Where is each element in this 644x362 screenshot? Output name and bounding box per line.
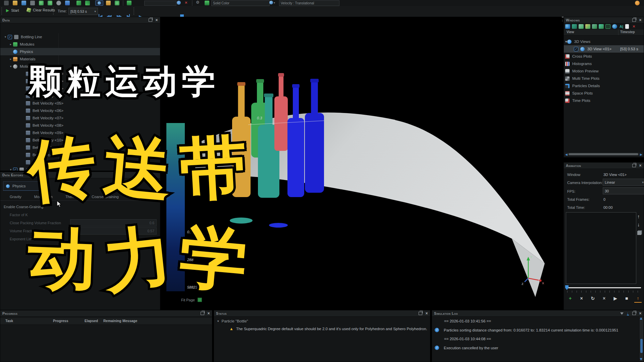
expander-icon[interactable]: ▸ [8, 57, 13, 61]
animation-slider-marker[interactable] [565, 285, 569, 290]
close-panel-icon[interactable]: × [639, 18, 642, 22]
checkbox[interactable]: ✓ [8, 35, 12, 39]
tree-item-bottling-line[interactable]: ▾✓Bottling Line [0, 33, 160, 41]
duplicate-icon[interactable] [637, 231, 641, 235]
float-panel-icon[interactable] [632, 18, 636, 22]
scroll-up-icon[interactable]: ◀ [640, 317, 643, 320]
horizontal-scrollbar[interactable]: ◀ ▶ [565, 153, 643, 156]
color-mode-select[interactable]: Solid Color [211, 0, 270, 6]
close-panel-icon[interactable]: × [426, 312, 428, 315]
start-button[interactable]: ▶ Start [6, 8, 19, 13]
windows-item-3d-view-01[interactable]: ✓3D View <01>[53] 0.53 s [564, 45, 644, 53]
fps-input[interactable]: 30 [603, 187, 644, 194]
export-animation-button[interactable]: ↑ [634, 295, 642, 303]
scroll-left-icon[interactable]: ◀ [565, 153, 568, 156]
redo-icon[interactable] [48, 1, 52, 5]
filter-icon[interactable] [620, 312, 624, 315]
close-window-icon[interactable]: × [633, 24, 635, 29]
time-select[interactable]: [53] 0.53 s ▾ [68, 8, 98, 15]
open-folder-icon[interactable] [13, 1, 17, 5]
chevron-down-icon[interactable]: ▾ [274, 1, 275, 4]
keyframes-list[interactable] [566, 212, 636, 284]
tree-item-physics[interactable]: Physics [0, 48, 160, 55]
tree-item-belt-velocity-06[interactable]: Belt Velocity <06> [0, 107, 160, 114]
swap-right-icon[interactable] [85, 1, 90, 5]
particles-icon[interactable] [177, 1, 181, 5]
swap-left-icon[interactable] [76, 1, 81, 5]
new-particles-details-icon[interactable] [612, 24, 617, 29]
windows-item-space-plots[interactable]: Space Plots [564, 89, 644, 97]
3d-view-tool-icon[interactable] [95, 0, 103, 6]
task-column-header[interactable]: Task [5, 319, 13, 323]
remove-keyframe-button[interactable]: × [578, 295, 585, 302]
windows-item-histograms[interactable]: Histograms [564, 60, 644, 67]
move-down-icon[interactable]: ↓ [637, 222, 640, 227]
save-icon[interactable] [21, 1, 26, 5]
play-animation-button[interactable]: ▶ [612, 295, 619, 302]
status-group-row[interactable]: ▾ Particle "Bottle" [217, 319, 248, 323]
tree-item-modules[interactable]: ▸Modules [0, 41, 160, 48]
windows-item-3d-views[interactable]: ▾3D Views [564, 38, 644, 45]
remaining-column-header[interactable]: Remaining [103, 319, 121, 323]
checkbox[interactable]: ✓ [13, 168, 17, 171]
remove-all-keyframes-button[interactable]: × [600, 295, 608, 302]
close-panel-icon[interactable]: × [208, 312, 210, 315]
float-panel-icon[interactable] [149, 18, 152, 22]
expander-icon[interactable]: ▾ [3, 35, 8, 39]
fit-page-icon[interactable] [198, 298, 202, 302]
module-icon[interactable] [205, 1, 209, 5]
windows-item-multi-time-plots[interactable]: Multi Time Plots [564, 75, 644, 82]
checkbox[interactable]: ✓ [574, 47, 578, 51]
close-panel-icon[interactable]: × [639, 312, 642, 315]
close-panel-icon[interactable]: × [639, 164, 642, 167]
settings-gears-icon[interactable] [115, 1, 119, 5]
tree-item-belt-velocity-07[interactable]: Belt Velocity <07> [0, 114, 160, 122]
log-scrollbar[interactable]: ◀ ▶ [640, 317, 643, 361]
expander-icon[interactable]: ▾ [8, 65, 13, 68]
copy-icon[interactable] [625, 24, 629, 29]
new-space-plot-icon[interactable] [599, 24, 604, 29]
refresh-keyframes-button[interactable]: ↻ [589, 295, 596, 302]
windows-item-time-plots[interactable]: Time Plots [564, 97, 644, 104]
scroll-right-icon[interactable]: ▶ [640, 153, 642, 156]
progress-column-header[interactable]: Progress [53, 319, 68, 323]
quick-search-input[interactable] [144, 1, 176, 6]
camera-interpolation-select[interactable]: Linear ▾ [603, 179, 644, 186]
elapsed-column-header[interactable]: Elapsed [85, 319, 98, 323]
windows-item-cross-plots[interactable]: Cross Plots [564, 53, 644, 60]
timestep-column-header[interactable]: Timestep [620, 30, 635, 34]
move-up-icon[interactable]: ↑ [637, 214, 640, 219]
tree-item-materials[interactable]: ▸Materials [0, 55, 160, 63]
scroll-down-icon[interactable]: ▶ [640, 358, 643, 361]
float-panel-icon[interactable] [201, 312, 204, 315]
undo-icon[interactable] [39, 1, 44, 5]
clock-icon[interactable] [56, 1, 61, 5]
import-icon[interactable] [30, 1, 35, 5]
new-time-plot-icon[interactable] [605, 24, 610, 29]
stop-animation-button[interactable]: ■ [623, 295, 630, 302]
new-3d-view-icon[interactable] [565, 24, 570, 29]
cube-icon[interactable] [106, 1, 111, 5]
animation-slider-track[interactable] [566, 287, 641, 288]
coloring-property-select[interactable]: Velocity : Translational [279, 0, 339, 6]
scrollbar-thumb[interactable] [640, 339, 643, 353]
coloring-sphere-icon[interactable] [269, 1, 273, 4]
add-keyframe-button[interactable]: + [567, 295, 574, 302]
view-column-header[interactable]: View [567, 30, 574, 34]
float-panel-icon[interactable] [419, 312, 422, 315]
scrollbar-thumb[interactable] [569, 153, 638, 155]
message-column-header[interactable]: Message [122, 319, 137, 323]
plugin-icon[interactable] [127, 1, 131, 5]
close-panel-icon[interactable]: × [156, 18, 158, 22]
expander-icon[interactable]: ▾ [8, 168, 13, 171]
float-panel-icon[interactable] [632, 164, 636, 167]
expander-icon[interactable]: ▾ [565, 39, 567, 44]
new-motion-preview-icon[interactable] [585, 24, 590, 29]
windows-item-particles-details[interactable]: Particles Details [564, 82, 644, 89]
export-log-icon[interactable]: ↓ [627, 312, 629, 315]
bookmark-icon[interactable] [65, 1, 70, 5]
chevron-down-icon[interactable]: ▾ [217, 319, 219, 323]
new-cross-plot-icon[interactable] [572, 24, 577, 29]
new-histogram-icon[interactable] [579, 24, 584, 29]
user-icon[interactable] [635, 1, 640, 5]
